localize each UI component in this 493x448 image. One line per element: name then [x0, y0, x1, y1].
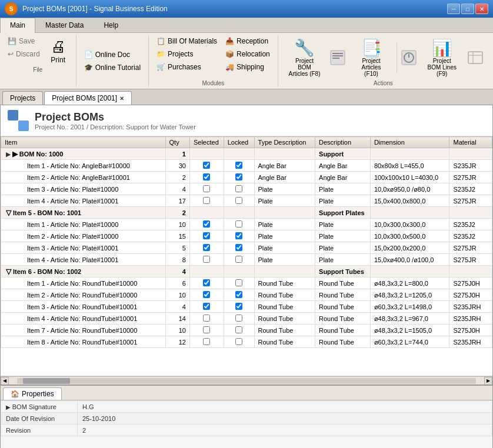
table-row-selected[interactable] — [189, 278, 224, 289]
doc-tab-project-boms[interactable]: Project BOMs [2001] ✕ — [44, 91, 132, 105]
locked-checkbox[interactable] — [235, 244, 242, 251]
selected-checkbox[interactable] — [203, 279, 210, 286]
table-row-locked[interactable] — [224, 219, 254, 230]
table-row-selected[interactable] — [189, 219, 224, 230]
table-row-selected[interactable] — [189, 172, 224, 183]
selected-checkbox[interactable] — [203, 303, 210, 310]
table-row-description: Support Tubes — [315, 266, 371, 278]
selected-checkbox[interactable] — [203, 256, 210, 263]
purchases-button[interactable]: 🛒 Purchases — [154, 61, 220, 73]
selected-checkbox[interactable] — [203, 197, 210, 204]
table-row-selected[interactable] — [189, 230, 224, 242]
locked-checkbox[interactable] — [235, 303, 242, 310]
table-row-locked[interactable] — [224, 172, 254, 183]
scroll-thumb[interactable] — [23, 378, 70, 384]
selected-checkbox[interactable] — [203, 315, 210, 322]
scroll-right-button[interactable]: ▶ — [484, 377, 492, 385]
row-arrow[interactable]: ▶ — [12, 150, 19, 158]
table-row-locked[interactable] — [224, 313, 254, 325]
locked-checkbox[interactable] — [235, 326, 242, 333]
locked-checkbox[interactable] — [235, 315, 242, 322]
locked-checkbox[interactable] — [235, 232, 242, 239]
table-row-selected[interactable] — [189, 325, 224, 336]
table-row-locked[interactable] — [224, 254, 254, 266]
selected-checkbox[interactable] — [203, 162, 210, 169]
shipping-button[interactable]: 🚚 Shipping — [222, 61, 273, 73]
table-row-selected[interactable] — [189, 301, 224, 313]
save-button[interactable]: 💾 Save — [5, 35, 43, 47]
close-button[interactable]: ✕ — [475, 4, 488, 14]
table-row-selected[interactable] — [189, 289, 224, 301]
bill-of-materials-button[interactable]: 📋 Bill Of Materials — [154, 35, 220, 47]
selected-checkbox[interactable] — [203, 173, 210, 180]
table-row-type-desc — [254, 148, 315, 160]
locked-checkbox[interactable] — [235, 197, 242, 204]
scroll-left-button[interactable]: ◀ — [1, 377, 9, 385]
selected-checkbox[interactable] — [203, 185, 210, 192]
table-row-selected[interactable] — [189, 207, 224, 219]
doc-tab-projects[interactable]: Projects — [2, 91, 43, 105]
selected-checkbox[interactable] — [203, 220, 210, 228]
selected-checkbox[interactable] — [203, 232, 210, 239]
table-row-description: Plate — [315, 183, 371, 195]
table-row-locked[interactable] — [224, 301, 254, 313]
table-row-locked[interactable] — [224, 242, 254, 254]
selected-checkbox[interactable] — [203, 244, 210, 251]
table-row-locked[interactable] — [224, 230, 254, 242]
project-articles-button[interactable]: 📑 Project Articles (F10) — [349, 35, 392, 80]
online-tutorial-button[interactable]: 🎓 Online Tutorial — [81, 62, 144, 73]
expand-icon[interactable]: ▽ — [6, 268, 13, 276]
locked-checkbox[interactable] — [235, 173, 242, 180]
table-row-locked[interactable] — [224, 207, 254, 219]
table-row-selected[interactable] — [189, 266, 224, 278]
tab-master-data[interactable]: Master Data — [35, 18, 94, 32]
table-row-locked[interactable] — [224, 278, 254, 289]
col-material: Material — [449, 137, 492, 148]
horizontal-scrollbar[interactable]: ◀ ▶ — [1, 376, 492, 385]
online-tutorial-icon: 🎓 — [84, 63, 93, 72]
selected-checkbox[interactable] — [203, 291, 210, 298]
locked-checkbox[interactable] — [235, 338, 242, 345]
table-row-selected[interactable] — [189, 183, 224, 195]
tab-help[interactable]: Help — [94, 18, 128, 32]
table-row-locked[interactable] — [224, 195, 254, 207]
locked-checkbox[interactable] — [235, 256, 242, 263]
doc-tab-close[interactable]: ✕ — [119, 95, 124, 102]
locked-checkbox[interactable] — [235, 291, 242, 298]
table-row-selected[interactable] — [189, 242, 224, 254]
selected-checkbox[interactable] — [203, 326, 210, 333]
locked-checkbox[interactable] — [235, 279, 242, 286]
selected-checkbox[interactable] — [203, 338, 210, 345]
locked-checkbox[interactable] — [235, 162, 242, 169]
table-row-selected[interactable] — [189, 195, 224, 207]
table-row-locked[interactable] — [224, 266, 254, 278]
table-row-selected[interactable] — [189, 336, 224, 348]
maximize-button[interactable]: □ — [461, 4, 474, 14]
table-row-locked[interactable] — [224, 160, 254, 172]
online-doc-button[interactable]: 📄 Online Doc — [81, 49, 144, 61]
projects-button[interactable]: 📁 Projects — [154, 48, 220, 60]
reception-button[interactable]: 📥 Reception — [222, 35, 273, 47]
project-bom-articles-button[interactable]: 🔧 Project BOM Articles (F8) — [283, 35, 326, 80]
properties-tab[interactable]: 🏠 Properties — [3, 387, 62, 400]
expand-icon[interactable]: ▽ — [6, 209, 13, 217]
table-row-selected[interactable] — [189, 313, 224, 325]
project-bom-lines-button[interactable]: 📊 Project BOM Lines (F9) — [421, 35, 464, 80]
locked-checkbox[interactable] — [235, 220, 242, 228]
minimize-button[interactable]: ─ — [447, 4, 460, 14]
discard-button[interactable]: ↩ Discard — [5, 48, 43, 60]
page-header: Project BOMs Project No.: 2001 / Descrip… — [1, 105, 492, 136]
relocation-button[interactable]: 📦 Relocation — [222, 48, 273, 60]
table-row-locked[interactable] — [224, 148, 254, 160]
table-row-selected[interactable] — [189, 254, 224, 266]
table-row-locked[interactable] — [224, 336, 254, 348]
table-row-locked[interactable] — [224, 183, 254, 195]
print-button[interactable]: 🖨 Print — [45, 35, 71, 66]
table-row-selected[interactable] — [189, 148, 224, 160]
locked-checkbox[interactable] — [235, 185, 242, 192]
table-row-selected[interactable] — [189, 160, 224, 172]
property-value: 25-10-2010 — [78, 413, 492, 424]
table-row-locked[interactable] — [224, 325, 254, 336]
tab-main[interactable]: Main — [0, 18, 35, 33]
table-row-locked[interactable] — [224, 289, 254, 301]
